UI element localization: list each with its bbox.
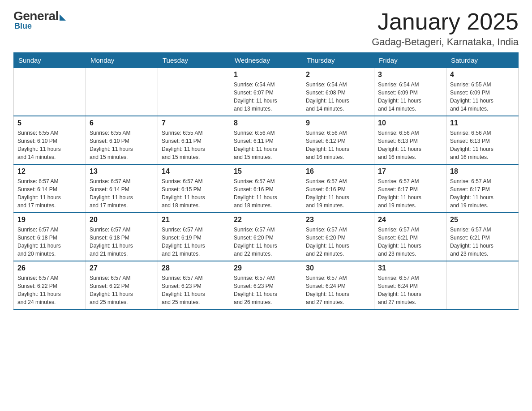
calendar-header-row: SundayMondayTuesdayWednesdayThursdayFrid… — [14, 53, 519, 68]
calendar-header-saturday: Saturday — [446, 53, 519, 68]
calendar-cell: 14Sunrise: 6:57 AM Sunset: 6:15 PM Dayli… — [158, 164, 230, 213]
calendar-cell: 13Sunrise: 6:57 AM Sunset: 6:14 PM Dayli… — [86, 164, 158, 213]
day-number: 23 — [306, 216, 370, 224]
day-number: 3 — [378, 71, 442, 79]
calendar-header-sunday: Sunday — [14, 53, 86, 68]
day-info: Sunrise: 6:54 AM Sunset: 6:08 PM Dayligh… — [306, 81, 370, 113]
day-number: 25 — [450, 216, 515, 224]
day-number: 22 — [234, 216, 298, 224]
day-info: Sunrise: 6:57 AM Sunset: 6:15 PM Dayligh… — [162, 177, 226, 210]
day-info: Sunrise: 6:57 AM Sunset: 6:21 PM Dayligh… — [378, 226, 442, 258]
day-info: Sunrise: 6:56 AM Sunset: 6:13 PM Dayligh… — [378, 129, 442, 161]
day-number: 15 — [234, 167, 298, 176]
calendar-cell: 6Sunrise: 6:55 AM Sunset: 6:10 PM Daylig… — [86, 116, 158, 164]
day-number: 6 — [90, 119, 154, 127]
day-number: 4 — [450, 71, 515, 79]
calendar-week-row: 26Sunrise: 6:57 AM Sunset: 6:22 PM Dayli… — [14, 261, 519, 309]
day-number: 17 — [378, 167, 442, 176]
day-number: 26 — [17, 264, 82, 272]
header-area: General Blue January 2025 Gadag-Betageri… — [13, 9, 519, 48]
day-info: Sunrise: 6:57 AM Sunset: 6:18 PM Dayligh… — [17, 226, 82, 258]
day-number: 8 — [234, 119, 298, 127]
day-info: Sunrise: 6:57 AM Sunset: 6:24 PM Dayligh… — [378, 274, 442, 306]
day-info: Sunrise: 6:57 AM Sunset: 6:14 PM Dayligh… — [90, 177, 154, 210]
calendar-cell: 30Sunrise: 6:57 AM Sunset: 6:24 PM Dayli… — [302, 261, 374, 309]
logo-blue-text: Blue — [14, 21, 32, 31]
day-info: Sunrise: 6:57 AM Sunset: 6:23 PM Dayligh… — [234, 274, 298, 306]
calendar-cell: 16Sunrise: 6:57 AM Sunset: 6:16 PM Dayli… — [302, 164, 374, 213]
calendar-header-thursday: Thursday — [302, 53, 374, 68]
day-number: 12 — [17, 167, 82, 176]
calendar-cell: 21Sunrise: 6:57 AM Sunset: 6:19 PM Dayli… — [158, 213, 230, 261]
day-number: 24 — [378, 216, 442, 224]
day-info: Sunrise: 6:55 AM Sunset: 6:09 PM Dayligh… — [450, 81, 515, 113]
day-number: 20 — [90, 216, 154, 224]
day-info: Sunrise: 6:56 AM Sunset: 6:12 PM Dayligh… — [306, 129, 370, 161]
day-info: Sunrise: 6:57 AM Sunset: 6:20 PM Dayligh… — [306, 226, 370, 258]
calendar-cell — [158, 68, 230, 116]
calendar-week-row: 5Sunrise: 6:55 AM Sunset: 6:10 PM Daylig… — [14, 116, 519, 164]
calendar-cell: 4Sunrise: 6:55 AM Sunset: 6:09 PM Daylig… — [446, 68, 519, 116]
day-info: Sunrise: 6:57 AM Sunset: 6:22 PM Dayligh… — [90, 274, 154, 306]
calendar-cell: 1Sunrise: 6:54 AM Sunset: 6:07 PM Daylig… — [230, 68, 302, 116]
day-info: Sunrise: 6:57 AM Sunset: 6:14 PM Dayligh… — [17, 177, 82, 210]
calendar-header-friday: Friday — [374, 53, 446, 68]
calendar-cell: 23Sunrise: 6:57 AM Sunset: 6:20 PM Dayli… — [302, 213, 374, 261]
calendar-cell: 22Sunrise: 6:57 AM Sunset: 6:20 PM Dayli… — [230, 213, 302, 261]
calendar-cell: 3Sunrise: 6:54 AM Sunset: 6:09 PM Daylig… — [374, 68, 446, 116]
day-info: Sunrise: 6:57 AM Sunset: 6:16 PM Dayligh… — [234, 177, 298, 210]
calendar-cell: 5Sunrise: 6:55 AM Sunset: 6:10 PM Daylig… — [14, 116, 86, 164]
calendar-header-tuesday: Tuesday — [158, 53, 230, 68]
calendar-cell: 25Sunrise: 6:57 AM Sunset: 6:21 PM Dayli… — [446, 213, 519, 261]
calendar-cell: 17Sunrise: 6:57 AM Sunset: 6:17 PM Dayli… — [374, 164, 446, 213]
calendar-cell: 20Sunrise: 6:57 AM Sunset: 6:18 PM Dayli… — [86, 213, 158, 261]
day-number: 13 — [90, 167, 154, 176]
calendar-cell — [14, 68, 86, 116]
day-info: Sunrise: 6:57 AM Sunset: 6:17 PM Dayligh… — [450, 177, 515, 210]
page-subtitle: Gadag-Betageri, Karnataka, India — [372, 36, 519, 48]
calendar-cell — [86, 68, 158, 116]
day-number: 29 — [234, 264, 298, 272]
day-info: Sunrise: 6:55 AM Sunset: 6:10 PM Dayligh… — [17, 129, 82, 161]
calendar-cell: 19Sunrise: 6:57 AM Sunset: 6:18 PM Dayli… — [14, 213, 86, 261]
calendar-week-row: 1Sunrise: 6:54 AM Sunset: 6:07 PM Daylig… — [14, 68, 519, 116]
calendar-cell: 9Sunrise: 6:56 AM Sunset: 6:12 PM Daylig… — [302, 116, 374, 164]
calendar-cell: 11Sunrise: 6:56 AM Sunset: 6:13 PM Dayli… — [446, 116, 519, 164]
calendar-cell: 12Sunrise: 6:57 AM Sunset: 6:14 PM Dayli… — [14, 164, 86, 213]
day-number: 28 — [162, 264, 226, 272]
day-info: Sunrise: 6:56 AM Sunset: 6:11 PM Dayligh… — [234, 129, 298, 161]
day-info: Sunrise: 6:55 AM Sunset: 6:10 PM Dayligh… — [90, 129, 154, 161]
calendar-cell: 26Sunrise: 6:57 AM Sunset: 6:22 PM Dayli… — [14, 261, 86, 309]
day-info: Sunrise: 6:56 AM Sunset: 6:13 PM Dayligh… — [450, 129, 515, 161]
page-title: January 2025 — [372, 9, 519, 34]
calendar-cell — [446, 261, 519, 309]
calendar-week-row: 12Sunrise: 6:57 AM Sunset: 6:14 PM Dayli… — [14, 164, 519, 213]
day-number: 14 — [162, 167, 226, 176]
day-info: Sunrise: 6:57 AM Sunset: 6:18 PM Dayligh… — [90, 226, 154, 258]
day-info: Sunrise: 6:57 AM Sunset: 6:23 PM Dayligh… — [162, 274, 226, 306]
day-info: Sunrise: 6:54 AM Sunset: 6:07 PM Dayligh… — [234, 81, 298, 113]
calendar-cell: 27Sunrise: 6:57 AM Sunset: 6:22 PM Dayli… — [86, 261, 158, 309]
day-number: 27 — [90, 264, 154, 272]
calendar-cell: 24Sunrise: 6:57 AM Sunset: 6:21 PM Dayli… — [374, 213, 446, 261]
calendar-cell: 31Sunrise: 6:57 AM Sunset: 6:24 PM Dayli… — [374, 261, 446, 309]
day-number: 16 — [306, 167, 370, 176]
day-number: 21 — [162, 216, 226, 224]
calendar-cell: 18Sunrise: 6:57 AM Sunset: 6:17 PM Dayli… — [446, 164, 519, 213]
day-info: Sunrise: 6:57 AM Sunset: 6:16 PM Dayligh… — [306, 177, 370, 210]
calendar-cell: 29Sunrise: 6:57 AM Sunset: 6:23 PM Dayli… — [230, 261, 302, 309]
calendar-header-wednesday: Wednesday — [230, 53, 302, 68]
day-info: Sunrise: 6:57 AM Sunset: 6:19 PM Dayligh… — [162, 226, 226, 258]
logo-arrow-icon — [60, 14, 66, 21]
calendar-cell: 10Sunrise: 6:56 AM Sunset: 6:13 PM Dayli… — [374, 116, 446, 164]
day-info: Sunrise: 6:57 AM Sunset: 6:21 PM Dayligh… — [450, 226, 515, 258]
logo: General Blue — [13, 9, 66, 31]
day-number: 30 — [306, 264, 370, 272]
calendar-week-row: 19Sunrise: 6:57 AM Sunset: 6:18 PM Dayli… — [14, 213, 519, 261]
day-info: Sunrise: 6:55 AM Sunset: 6:11 PM Dayligh… — [162, 129, 226, 161]
calendar-cell: 2Sunrise: 6:54 AM Sunset: 6:08 PM Daylig… — [302, 68, 374, 116]
title-area: January 2025 Gadag-Betageri, Karnataka, … — [372, 9, 519, 48]
day-number: 2 — [306, 71, 370, 79]
day-number: 10 — [378, 119, 442, 127]
day-number: 1 — [234, 71, 298, 79]
